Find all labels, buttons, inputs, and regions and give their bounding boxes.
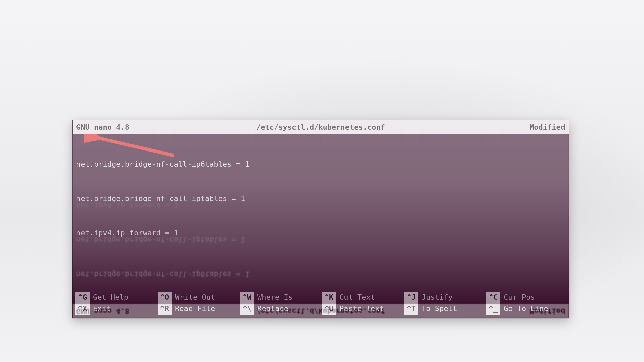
shortcut-label: Write Out — [175, 292, 215, 303]
shortcut-label: Read File — [175, 303, 215, 314]
shortcut-key: ^\ — [240, 303, 254, 314]
shortcut-key: ^T — [404, 303, 418, 314]
shortcut-where-is[interactable]: ^W Where Is — [240, 292, 319, 303]
shortcut-key: ^K — [322, 292, 336, 303]
shortcut-key: ^O — [158, 292, 172, 303]
shortcut-key: ^J — [404, 292, 418, 303]
nano-editor-window: GNU nano 4.8 /etc/sysctl.d/kubernetes.co… — [72, 120, 569, 318]
svg-line-1 — [97, 138, 174, 156]
shortcut-read-file[interactable]: ^R Read File — [158, 303, 237, 314]
editor-line[interactable]: net.bridge.bridge-nf-call-iptables = 1 — [76, 193, 565, 204]
shortcut-key: ^W — [240, 292, 254, 303]
shortcut-label: Exit — [93, 303, 111, 314]
shortcut-key: ^X — [75, 303, 90, 314]
nano-modified-label: Modified — [530, 122, 565, 133]
nano-window-wrapper: GNU nano 4.8 /etc/sysctl.d/kubernetes.co… — [72, 120, 569, 362]
shortcut-label: Cur Pos — [504, 292, 535, 303]
nano-file-path: /etc/sysctl.d/kubernetes.conf — [256, 122, 385, 133]
shortcut-to-spell[interactable]: ^T To Spell — [404, 303, 484, 314]
shortcut-label: Paste Text — [339, 303, 384, 314]
shortcut-label: Justify — [422, 292, 453, 303]
shortcut-get-help[interactable]: ^G Get Help — [75, 292, 155, 303]
editor-line[interactable]: net.ipv4.ip_forward = 1 — [76, 227, 565, 239]
shortcut-label: Go To Line — [504, 303, 548, 314]
shortcut-label: To Spell — [422, 303, 457, 314]
shortcut-justify[interactable]: ^J Justify — [404, 292, 484, 303]
shortcut-cut-text[interactable]: ^K Cut Text — [322, 292, 401, 303]
nano-shortcut-bar: ^G Get Help ^O Write Out ^W Where Is ^K … — [73, 290, 569, 318]
shortcut-paste-text[interactable]: ^U Paste Text — [322, 303, 401, 314]
shortcut-key: ^R — [158, 303, 172, 314]
shortcut-label: Cut Text — [339, 292, 375, 303]
shortcut-label: Replace — [257, 303, 288, 314]
nano-app-name: GNU nano 4.8 — [76, 122, 129, 133]
nano-titlebar: GNU nano 4.8 /etc/sysctl.d/kubernetes.co… — [73, 120, 569, 134]
shortcut-key: ^U — [322, 303, 336, 314]
shortcut-replace[interactable]: ^\ Replace — [240, 303, 319, 314]
nano-editor-content[interactable]: net.bridge.bridge-nf-call-ip6tables = 1 … — [73, 134, 569, 290]
shortcut-key: ^G — [75, 292, 90, 303]
shortcut-key: ^_ — [486, 303, 500, 314]
shortcut-label: Where Is — [257, 292, 293, 303]
shortcut-cur-pos[interactable]: ^C Cur Pos — [486, 292, 566, 303]
shortcut-go-to-line[interactable]: ^_ Go To Line — [486, 303, 566, 314]
shortcut-label: Get Help — [93, 292, 128, 303]
shortcut-exit[interactable]: ^X Exit — [75, 303, 155, 314]
shortcut-write-out[interactable]: ^O Write Out — [158, 292, 237, 303]
shortcut-key: ^C — [486, 292, 500, 303]
editor-line[interactable]: net.bridge.bridge-nf-call-ip6tables = 1 — [76, 159, 565, 170]
annotation-arrow-icon — [84, 134, 184, 161]
